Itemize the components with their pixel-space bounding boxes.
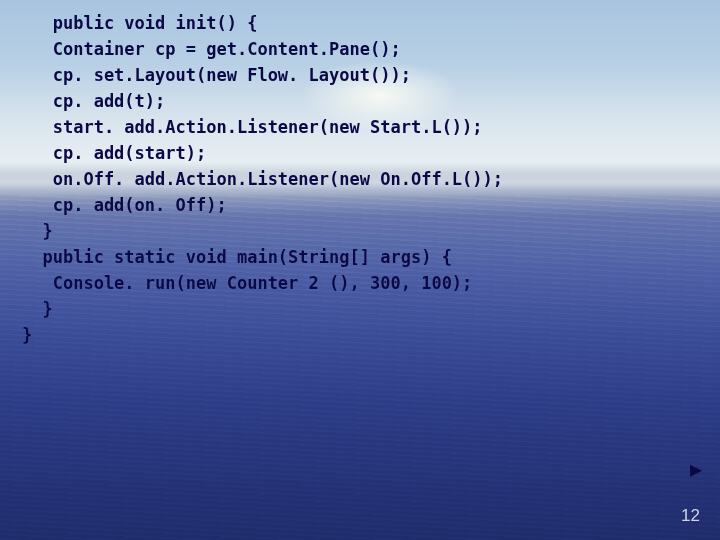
next-slide-button[interactable]: ▶ <box>690 457 702 482</box>
play-icon: ▶ <box>690 459 702 482</box>
code-block: public void init() { Container cp = get.… <box>22 10 700 348</box>
page-number: 12 <box>681 506 700 526</box>
